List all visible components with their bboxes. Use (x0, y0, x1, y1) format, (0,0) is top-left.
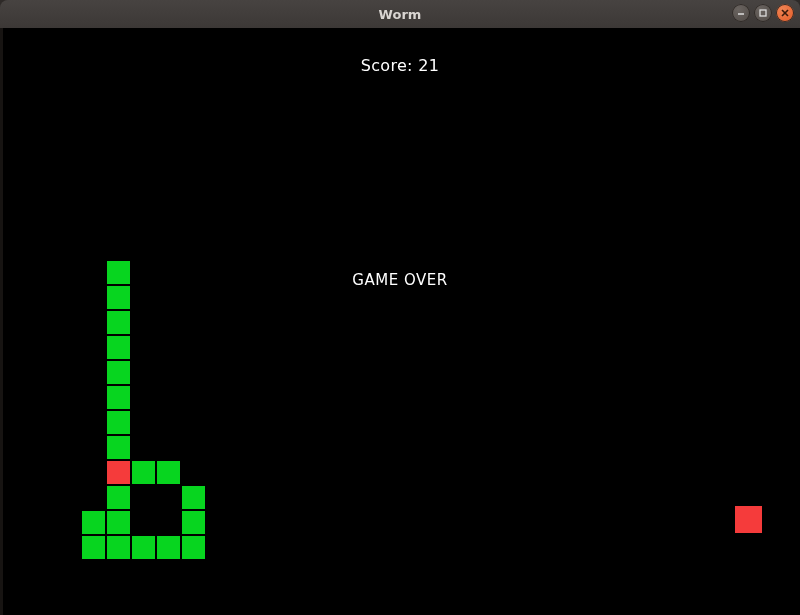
worm-body-cell (182, 511, 205, 534)
worm-body-cell (182, 536, 205, 559)
worm-body-cell (107, 411, 130, 434)
worm-body-cell (132, 461, 155, 484)
worm-body-cell (107, 311, 130, 334)
maximize-icon (758, 8, 768, 18)
worm-body-cell (107, 486, 130, 509)
window-title: Worm (379, 7, 422, 22)
worm-body-cell (107, 436, 130, 459)
worm-body-cell (132, 536, 155, 559)
worm-body-cell (157, 536, 180, 559)
worm-body-cell (82, 536, 105, 559)
left-edge-shadow (0, 28, 3, 615)
window-titlebar: Worm (0, 0, 800, 28)
worm-body-cell (82, 511, 105, 534)
game-stage[interactable]: Score: 21 GAME OVER (0, 28, 800, 615)
close-icon (780, 8, 790, 18)
worm-body-cell (107, 386, 130, 409)
worm-body-cell (107, 336, 130, 359)
minimize-icon (736, 8, 746, 18)
worm-body-cell (107, 536, 130, 559)
worm-body-cell (182, 486, 205, 509)
food-cell (735, 506, 762, 533)
maximize-button[interactable] (754, 4, 772, 22)
worm-body-cell (107, 511, 130, 534)
worm-body-cell (107, 361, 130, 384)
worm-body-cell (107, 286, 130, 309)
worm-body-cell (107, 261, 130, 284)
minimize-button[interactable] (732, 4, 750, 22)
svg-rect-1 (760, 10, 766, 16)
window-controls (732, 4, 794, 22)
worm-body-cell (157, 461, 180, 484)
score-text: Score: 21 (0, 56, 800, 75)
worm-head-cell (107, 461, 130, 484)
close-button[interactable] (776, 4, 794, 22)
